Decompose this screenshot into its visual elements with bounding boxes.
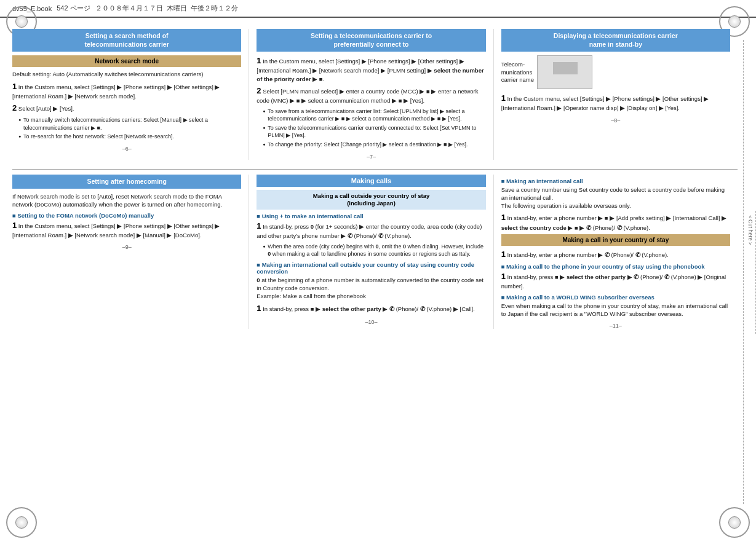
h-divider bbox=[12, 169, 738, 170]
bullet-item: When the area code (city code) begins wi… bbox=[263, 243, 485, 258]
bullet-item: To manually switch telecommunications ca… bbox=[18, 116, 241, 132]
panel-bottom-right-body1: Save a country number using Set country … bbox=[501, 186, 730, 210]
carrier-label: Telecom-municationscarrier name bbox=[501, 61, 534, 84]
bullet-item: To save from a telecommunications carrie… bbox=[263, 108, 485, 123]
panel-bottom-mid-bullets1: When the area code (city code) begins wi… bbox=[257, 243, 485, 258]
panel-bottom-left-header: Setting after homecoming bbox=[12, 175, 241, 189]
panel-top-right: Displaying a telecommunications carriern… bbox=[494, 29, 738, 160]
panel-top-mid: Setting a telecommunications carrier top… bbox=[249, 29, 493, 160]
top-row: Setting a search method oftelecommunicat… bbox=[12, 29, 738, 160]
panel-bottom-mid-step2: 1 In stand-by, press ■ ▶ select the othe… bbox=[257, 303, 485, 314]
panel-top-mid-pagenum: –7– bbox=[257, 154, 485, 160]
panel-bottom-right-step2: 1 In stand-by, enter a phone number ▶ ✆ … bbox=[501, 249, 730, 260]
panel-bottom-left: Setting after homecoming If Network sear… bbox=[12, 175, 249, 329]
panel-bottom-mid: Making calls Making a call outside your … bbox=[249, 175, 493, 329]
carrier-image bbox=[537, 55, 592, 89]
panel-bottom-right-step3: 1 In stand-by, press ■ ▶ select the othe… bbox=[501, 271, 730, 290]
carrier-display: Telecom-municationscarrier name bbox=[501, 55, 730, 89]
panel-top-left-body: Default setting: Auto (Automatically swi… bbox=[12, 70, 241, 78]
main-content: Setting a search method oftelecommunicat… bbox=[0, 23, 756, 335]
panel-bottom-mid-section1: ■ Using + to make an international call bbox=[257, 213, 485, 219]
panel-bottom-right-section3: ■ Making a call to the phone in your cou… bbox=[501, 263, 730, 270]
panel-bottom-mid-pagenum: –10– bbox=[257, 319, 485, 325]
panel-bottom-right-step1: 1 In stand-by, enter a phone number ▶ ■ … bbox=[501, 212, 730, 231]
panel-top-right-step1: 1 In the Custom menu, select [Settings] … bbox=[501, 93, 730, 112]
panel-bottom-right: ■ Making an international call Save a co… bbox=[494, 175, 738, 329]
panel-top-mid-step2: 2 Select [PLMN manual select] ▶ enter a … bbox=[257, 85, 485, 104]
panel-bottom-left-section-label: ■ Setting to the FOMA network (DoCoMo) m… bbox=[12, 212, 241, 219]
panel-top-left-subheader: Network search mode bbox=[12, 55, 241, 67]
bullet-item: To re-search for the host network: Selec… bbox=[18, 133, 241, 141]
panel-bottom-left-body: If Network search mode is set to [Auto],… bbox=[12, 192, 241, 209]
header-time: 午後２時１２分 bbox=[191, 4, 238, 13]
panel-bottom-right-section4: ■ Making a call to a WORLD WING subscrib… bbox=[501, 294, 730, 301]
panel-bottom-mid-header: Making calls bbox=[257, 175, 485, 187]
panel-bottom-mid-step1: 1 In stand-by, press 0 (for 1+ seconds) … bbox=[257, 221, 485, 240]
panel-top-left: Setting a search method oftelecommunicat… bbox=[12, 29, 249, 160]
bottom-row: Setting after homecoming If Network sear… bbox=[12, 175, 738, 329]
panel-bottom-left-step1: 1 In the Custom menu, select [Settings] … bbox=[12, 220, 241, 239]
panel-top-left-bullets: To manually switch telecommunications ca… bbox=[12, 116, 241, 141]
panel-top-left-step1: 1 In the Custom menu, select [Settings] … bbox=[12, 81, 241, 100]
panel-top-mid-header: Setting a telecommunications carrier top… bbox=[257, 29, 485, 52]
panel-bottom-right-section1: ■ Making an international call bbox=[501, 178, 730, 184]
corner-decoration-br bbox=[719, 507, 750, 538]
panel-top-mid-step1: 1 In the Custom menu, select [Settings] … bbox=[257, 55, 485, 83]
panel-bottom-right-subheader2: Making a call in your country of stay bbox=[501, 234, 730, 246]
header-page: 542 ページ bbox=[57, 4, 90, 13]
bullet-item: To change the priority: Select [Change p… bbox=[263, 141, 485, 149]
panel-top-left-pagenum: –6– bbox=[12, 146, 241, 152]
panel-bottom-left-pagenum: –9– bbox=[12, 244, 241, 250]
panel-top-right-pagenum: –8– bbox=[501, 117, 730, 124]
header-date: ２００８年４月１７日 bbox=[95, 4, 163, 13]
panel-bottom-right-body4: Even when making a call to the phone in … bbox=[501, 302, 730, 318]
corner-decoration-bl bbox=[6, 507, 37, 538]
panel-bottom-mid-body2: 0 at the beginning of a phone number is … bbox=[257, 276, 485, 301]
bullet-item: To save the telecommunications carrier c… bbox=[263, 124, 485, 140]
panel-bottom-mid-section2: ■ Making an international call outside y… bbox=[257, 261, 485, 275]
panel-top-left-step2: 2 Select [Auto] ▶ [Yes]. bbox=[12, 103, 241, 114]
panel-top-left-header: Setting a search method oftelecommunicat… bbox=[12, 29, 241, 52]
header-day: 木曜日 bbox=[167, 4, 187, 13]
panel-bottom-right-pagenum: –11– bbox=[501, 323, 730, 329]
panel-top-mid-bullets: To save from a telecommunications carrie… bbox=[257, 108, 485, 149]
panel-bottom-mid-subbox: Making a call outside your country of st… bbox=[257, 190, 485, 210]
header-bar: dv55_E.book 542 ページ ２００８年４月１７日 木曜日 午後２時１… bbox=[0, 0, 756, 18]
panel-top-right-header: Displaying a telecommunications carriern… bbox=[501, 29, 730, 52]
